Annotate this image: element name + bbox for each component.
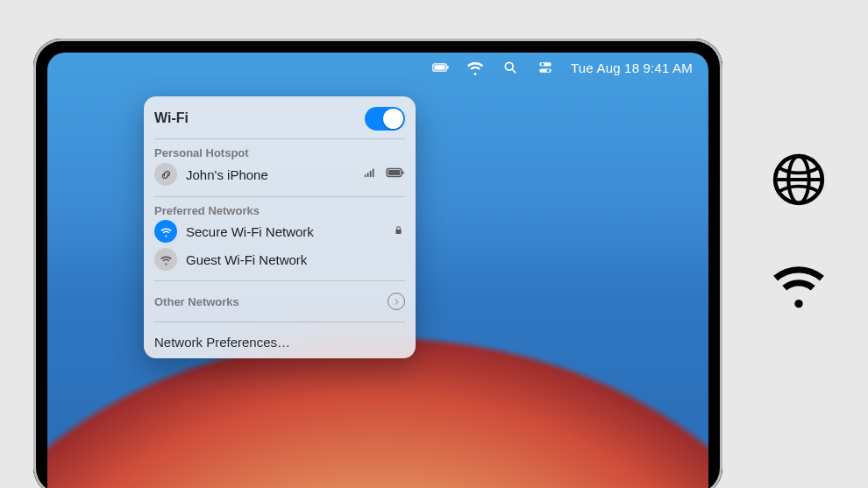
- other-networks-row[interactable]: Other Networks: [154, 288, 405, 315]
- wifi-panel: Wi-Fi Personal Hotspot John's iPhone Pre…: [144, 96, 416, 358]
- wifi-icon: [154, 220, 177, 243]
- menubar: Tue Aug 18 9:41 AM: [47, 53, 708, 82]
- aside-icons: [768, 149, 829, 317]
- section-other-networks: Other Networks: [154, 295, 379, 308]
- wifi-icon: [154, 248, 177, 271]
- network-preferences-link[interactable]: Network Preferences…: [154, 329, 405, 351]
- laptop-frame: Tue Aug 18 9:41 AM Wi-Fi Personal Hotspo…: [33, 39, 722, 488]
- battery-icon: [384, 162, 405, 187]
- network-name: Guest Wi-Fi Network: [186, 252, 405, 267]
- network-name: Secure Wi-Fi Network: [186, 224, 383, 239]
- chevron-right-icon: [388, 293, 405, 310]
- divider: [154, 280, 405, 281]
- control-center-icon[interactable]: [536, 58, 555, 77]
- hotspot-name: John's iPhone: [186, 167, 352, 182]
- wifi-header: Wi-Fi: [154, 105, 405, 131]
- wifi-icon: [768, 252, 829, 317]
- divider: [154, 322, 405, 322]
- hotspot-item[interactable]: John's iPhone: [154, 159, 405, 189]
- battery-icon[interactable]: [430, 58, 450, 77]
- globe-icon: [768, 149, 829, 214]
- section-personal-hotspot: Personal Hotspot: [154, 146, 405, 159]
- section-preferred-networks: Preferred Networks: [154, 204, 405, 217]
- cellular-signal-icon: [361, 165, 377, 184]
- divider: [154, 196, 405, 197]
- network-item-guest[interactable]: Guest Wi-Fi Network: [154, 245, 405, 273]
- wifi-title: Wi-Fi: [154, 110, 356, 126]
- link-icon: [154, 163, 177, 186]
- wifi-toggle[interactable]: [365, 107, 405, 131]
- menubar-clock[interactable]: Tue Aug 18 9:41 AM: [571, 60, 693, 75]
- divider: [154, 138, 405, 139]
- lock-icon: [392, 223, 405, 240]
- desktop: Tue Aug 18 9:41 AM Wi-Fi Personal Hotspo…: [47, 53, 708, 488]
- search-icon[interactable]: [501, 58, 520, 77]
- wifi-icon[interactable]: [466, 58, 485, 77]
- network-item-secure[interactable]: Secure Wi-Fi Network: [154, 217, 405, 245]
